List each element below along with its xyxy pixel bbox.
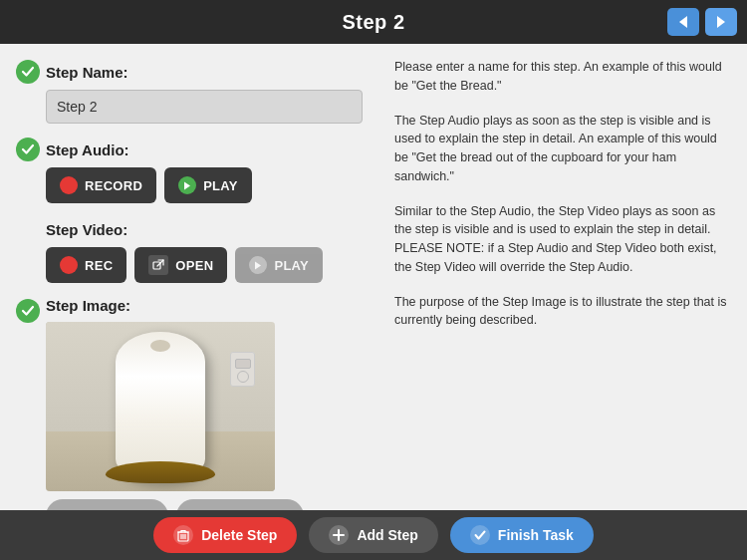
add-step-button[interactable]: Add Step — [309, 517, 437, 553]
record-icon — [60, 176, 78, 194]
play-video-icon — [249, 256, 267, 274]
step-name-input[interactable] — [46, 90, 363, 124]
svg-marker-1 — [717, 16, 725, 28]
step-audio-buttons: RECORD PLAY — [46, 167, 363, 203]
step-name-label: Step Name: — [46, 64, 128, 81]
rec-icon — [60, 256, 78, 274]
header-navigation — [667, 8, 737, 36]
step-name-check — [16, 60, 40, 84]
step-image-row: Step Image: — [16, 297, 363, 510]
svg-marker-0 — [679, 16, 687, 28]
step-audio-header: Step Audio: — [16, 138, 363, 161]
footer: Delete Step Add Step Finish Task — [0, 510, 747, 560]
step-video-section: Step Video: REC OPEN — [16, 217, 363, 283]
outlet — [230, 352, 255, 387]
delete-icon — [173, 525, 193, 545]
step-video-description: Similar to the Step Audio, the Step Vide… — [394, 202, 731, 277]
step-image-preview — [46, 322, 275, 491]
step-image-description: The purpose of the Step Image is to illu… — [394, 293, 731, 331]
step-video-buttons: REC OPEN — [46, 247, 363, 283]
record-audio-button[interactable]: RECORD — [46, 167, 156, 203]
add-icon — [329, 525, 349, 545]
delete-step-button[interactable]: Delete Step — [153, 517, 297, 553]
play-video-button[interactable]: PLAY — [235, 247, 323, 283]
step-name-description: Please enter a name for this step. An ex… — [394, 58, 731, 96]
rec-video-button[interactable]: REC — [46, 247, 126, 283]
step-image-content: Step Image: — [46, 297, 304, 510]
wood-base — [106, 461, 215, 483]
play-icon — [178, 176, 196, 194]
step-image-label: Step Image: — [46, 297, 304, 314]
next-button[interactable] — [705, 8, 737, 36]
svg-marker-2 — [184, 181, 190, 189]
step-audio-description: The Step Audio plays as soon as the step… — [394, 112, 731, 186]
page-title: Step 2 — [342, 11, 404, 34]
step-name-header: Step Name: — [16, 60, 363, 84]
step-audio-section: Step Audio: RECORD PLAY — [16, 138, 363, 203]
step-name-section: Step Name: — [16, 60, 363, 124]
paper-towel — [116, 332, 205, 481]
svg-rect-3 — [153, 262, 160, 269]
open-video-button[interactable]: OPEN — [134, 247, 227, 283]
step-audio-check — [16, 138, 40, 161]
step-image-buttons: Take Photo Open Photo — [46, 499, 304, 510]
main-content: Step Name: Step Audio: RECORD — [0, 44, 747, 510]
prev-button[interactable] — [667, 8, 699, 36]
svg-marker-5 — [255, 261, 261, 269]
step-audio-label: Step Audio: — [46, 141, 129, 158]
play-audio-button[interactable]: PLAY — [164, 167, 252, 203]
step-video-label: Step Video: — [46, 221, 127, 238]
open-icon — [148, 255, 168, 275]
step-image-check — [16, 299, 40, 323]
left-panel: Step Name: Step Audio: RECORD — [0, 44, 378, 510]
step-video-header: Step Video: — [16, 217, 363, 241]
right-panel: Please enter a name for this step. An ex… — [378, 44, 747, 510]
finish-check-icon — [470, 525, 490, 545]
header: Step 2 — [0, 0, 747, 44]
step-video-spacer — [16, 217, 40, 241]
step-image-bg — [46, 322, 275, 491]
step-image-section: Step Image: — [16, 297, 363, 510]
open-photo-button[interactable]: Open Photo — [176, 499, 304, 510]
finish-task-button[interactable]: Finish Task — [450, 517, 594, 553]
take-photo-button[interactable]: Take Photo — [46, 499, 168, 510]
